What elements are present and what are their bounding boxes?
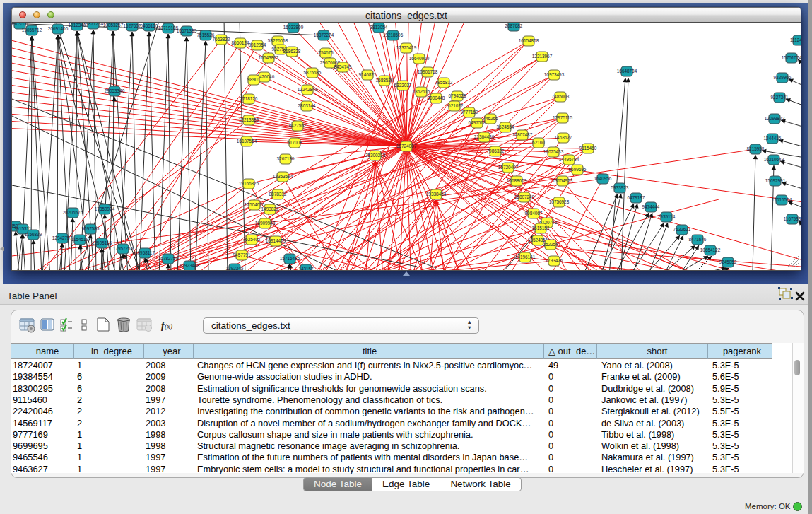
svg-text:17016504: 17016504 — [772, 197, 792, 202]
svg-text:6794028: 6794028 — [449, 93, 466, 98]
svg-text:16210643: 16210643 — [764, 157, 784, 162]
svg-text:1621022: 1621022 — [446, 103, 464, 108]
svg-text:2087682: 2087682 — [505, 23, 523, 28]
svg-text:1463627: 1463627 — [555, 135, 572, 140]
svg-text:10654122: 10654122 — [700, 247, 721, 252]
svg-text:12213967: 12213967 — [532, 54, 553, 59]
svg-text:19218506: 19218506 — [383, 33, 404, 37]
svg-text:1527602: 1527602 — [124, 23, 141, 28]
svg-text:16914479: 16914479 — [266, 238, 286, 243]
svg-text:143157: 143157 — [298, 267, 314, 270]
svg-text:15872274: 15872274 — [314, 33, 334, 37]
svg-text:6466160: 6466160 — [141, 23, 158, 28]
svg-text:12505115: 12505115 — [92, 240, 112, 245]
svg-text:98901: 98901 — [247, 77, 260, 82]
svg-text:15720407: 15720407 — [498, 165, 519, 170]
svg-text:10958117: 10958117 — [135, 250, 155, 255]
svg-text:15751074: 15751074 — [782, 55, 801, 60]
svg-text:1112461: 1112461 — [790, 37, 801, 42]
svg-text:1154519: 1154519 — [71, 237, 89, 242]
svg-text:8990448: 8990448 — [428, 95, 445, 100]
svg-text:5875685: 5875685 — [304, 70, 322, 75]
svg-text:8813054: 8813054 — [370, 25, 388, 30]
svg-text:21364436: 21364436 — [474, 134, 495, 139]
svg-text:3624554: 3624554 — [497, 124, 514, 129]
svg-text:8660124: 8660124 — [232, 40, 249, 45]
svg-text:8215958: 8215958 — [747, 146, 765, 151]
svg-text:9084067: 9084067 — [525, 211, 543, 216]
svg-text:10719185: 10719185 — [158, 25, 179, 30]
svg-text:18807249: 18807249 — [514, 194, 535, 199]
svg-text:12093872: 12093872 — [765, 116, 785, 121]
svg-text:10807487: 10807487 — [512, 132, 533, 137]
svg-text:6699695: 6699695 — [569, 167, 587, 172]
svg-text:19166825: 19166825 — [239, 181, 259, 186]
svg-text:19871234: 19871234 — [83, 23, 104, 26]
svg-text:517008: 517008 — [287, 140, 302, 145]
svg-text:12213389: 12213389 — [239, 117, 259, 122]
svg-text:1588520: 1588520 — [376, 78, 394, 83]
svg-text:17957255: 17957255 — [113, 246, 134, 251]
svg-text:10853257: 10853257 — [103, 23, 124, 28]
svg-text:9474444: 9474444 — [642, 204, 660, 209]
svg-text:9146821: 9146821 — [359, 72, 377, 77]
svg-text:16543862: 16543862 — [259, 55, 279, 60]
svg-text:746266: 746266 — [483, 116, 498, 121]
svg-text:1640956: 1640956 — [594, 176, 612, 181]
svg-text:14495784: 14495784 — [559, 157, 579, 162]
svg-text:16640910: 16640910 — [409, 56, 430, 61]
svg-text:12325419: 12325419 — [396, 45, 417, 50]
svg-text:15692991: 15692991 — [765, 178, 786, 183]
svg-text:2718126: 2718126 — [240, 96, 258, 101]
svg-text:1903557: 1903557 — [12, 23, 29, 26]
svg-text:16648784: 16648784 — [617, 69, 637, 74]
svg-text:15716485: 15716485 — [280, 256, 300, 261]
svg-text:25300215: 25300215 — [365, 153, 386, 158]
svg-text:8427552: 8427552 — [289, 123, 307, 128]
svg-text:7955812: 7955812 — [435, 80, 453, 85]
svg-text:62160: 62160 — [532, 140, 545, 145]
svg-text:12353594: 12353594 — [273, 174, 293, 179]
svg-text:12242848: 12242848 — [298, 87, 318, 92]
svg-text:1292345: 1292345 — [226, 266, 244, 270]
svg-text:9329966: 9329966 — [774, 75, 792, 80]
svg-text:7986322: 7986322 — [487, 148, 505, 153]
svg-text:19055712: 19055712 — [22, 28, 42, 33]
svg-text:7625402: 7625402 — [243, 237, 261, 242]
svg-text:1244415: 1244415 — [764, 136, 782, 141]
svg-text:16671385: 16671385 — [177, 28, 197, 33]
svg-text:18724007: 18724007 — [396, 144, 417, 148]
svg-text:16782759: 16782759 — [158, 256, 179, 261]
svg-text:12923448: 12923448 — [180, 263, 200, 268]
svg-text:1733426: 1733426 — [546, 258, 563, 263]
svg-text:9227341: 9227341 — [771, 95, 789, 100]
svg-text:8912954: 8912954 — [249, 42, 266, 47]
svg-text:13654923: 13654923 — [553, 178, 573, 183]
svg-text:16033809: 16033809 — [283, 25, 304, 30]
svg-text:7663822: 7663822 — [213, 37, 230, 42]
svg-text:10756928: 10756928 — [549, 199, 570, 204]
svg-text:10973493: 10973493 — [544, 72, 565, 77]
svg-text:9097585: 9097585 — [82, 226, 100, 231]
svg-text:1167533: 1167533 — [784, 216, 801, 221]
svg-text:6497568: 6497568 — [469, 120, 486, 125]
svg-text:6322037: 6322037 — [394, 83, 412, 88]
svg-text:20691406: 20691406 — [48, 26, 69, 31]
svg-text:(x): (x) — [165, 322, 173, 331]
svg-text:12975115: 12975115 — [553, 115, 572, 120]
svg-text:10901768: 10901768 — [418, 69, 438, 74]
svg-text:20206576: 20206576 — [63, 210, 83, 215]
svg-text:16154808: 16154808 — [519, 38, 539, 43]
svg-text:29053346: 29053346 — [105, 88, 125, 93]
svg-text:2803144: 2803144 — [298, 103, 316, 108]
svg-text:1493822: 1493822 — [261, 206, 279, 211]
svg-text:1156829: 1156829 — [25, 232, 42, 237]
svg-text:7632621: 7632621 — [673, 227, 691, 232]
svg-text:1615152: 1615152 — [532, 226, 550, 230]
svg-text:19338454: 19338454 — [426, 192, 447, 197]
svg-text:5933923: 5933923 — [611, 185, 629, 190]
svg-text:3267130: 3267130 — [277, 156, 295, 161]
svg-text:9457791: 9457791 — [233, 252, 251, 257]
svg-text:8186328: 8186328 — [283, 49, 301, 54]
svg-text:14196141: 14196141 — [515, 255, 536, 259]
